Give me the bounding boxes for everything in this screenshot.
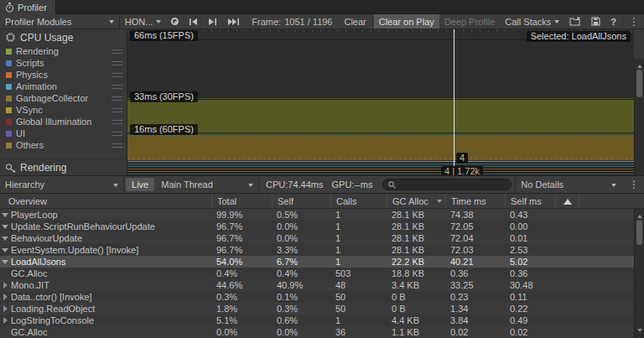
scroll-down-icon[interactable] [637, 329, 642, 335]
table-row[interactable]: EventSystem.Update() [Invoke] 96.7% 3.3%… [0, 244, 644, 256]
deep-profile-button[interactable]: Deep Profile [439, 14, 501, 29]
table-row[interactable]: BehaviourUpdate 96.7% 0.0% 1 28.1 KB 72.… [0, 232, 644, 244]
context-menu-button[interactable]: ⋮ [624, 14, 644, 29]
target-dropdown[interactable]: HON... [120, 14, 167, 29]
clear-on-play-button[interactable]: Clear on Play [374, 14, 439, 29]
cpu-usage-module-header[interactable]: CPU Usage [0, 29, 127, 45]
column-gc-alloc[interactable]: GC Alloc [387, 194, 445, 208]
legend-item-garbagecollector[interactable]: GarbageCollector [0, 92, 127, 104]
first-frame-button[interactable] [184, 14, 203, 29]
foldout-expanded-icon[interactable] [0, 209, 11, 221]
cell-gc-alloc: 3.4 KB [387, 280, 445, 290]
sample-name: PlayerLoop [11, 210, 58, 220]
search-input[interactable] [382, 179, 512, 190]
chevron-down-icon [554, 20, 559, 26]
legend-item-animation[interactable]: Animation [0, 81, 127, 92]
cell-self-ms: 0.11 [505, 292, 555, 302]
foldout-expanded-icon[interactable] [0, 221, 11, 232]
cpu-chip-icon [5, 32, 16, 43]
legend-item-scripts[interactable]: Scripts [0, 57, 127, 69]
scroll-up-icon[interactable] [637, 62, 642, 68]
table-row-selected[interactable]: LoadAllJsons 54.0% 6.7% 1 22.2 KB 40.21 … [0, 256, 644, 268]
tab-profiler[interactable]: Profiler [0, 0, 56, 14]
foldout-collapsed-icon[interactable] [0, 279, 11, 291]
live-toggle-button[interactable]: Live [126, 178, 154, 191]
foldout-collapsed-icon[interactable] [0, 291, 11, 303]
scrollbar-thumb[interactable] [636, 220, 642, 245]
column-time-ms[interactable]: Time ms [445, 194, 505, 208]
cell-gc-alloc: 28.1 KB [387, 221, 445, 231]
chevron-down-icon [109, 20, 114, 26]
record-button[interactable] [166, 14, 184, 29]
legend-label: Others [16, 140, 107, 150]
legend-label: GarbageCollector [16, 93, 107, 103]
thread-bar: Hierarchy Live Main Thread CPU:74.44ms G… [0, 175, 644, 194]
legend-item-physics[interactable]: Physics [0, 69, 127, 81]
rendering-module-header[interactable]: Rendering [0, 159, 127, 175]
table-scrollbar[interactable] [634, 209, 644, 338]
help-button[interactable]: ? [605, 14, 621, 29]
drag-handle-icon[interactable] [112, 120, 122, 124]
rendering-chart[interactable] [127, 161, 634, 175]
drag-handle-icon[interactable] [112, 96, 122, 101]
foldout-expanded-icon[interactable] [0, 244, 11, 256]
save-profile-button[interactable] [586, 14, 605, 29]
chart-area[interactable]: 66ms (15FPS) 33ms (30FPS) 16ms (60FPS) 4… [127, 29, 634, 175]
table-row[interactable]: GC.Alloc 0.0% 0.0% 36 1.1 KB 0.02 0.02 [0, 326, 644, 338]
legend-item-global-illumination[interactable]: Global Illumination [0, 116, 127, 127]
load-profile-button[interactable] [564, 14, 586, 29]
legend-label: Scripts [16, 58, 107, 68]
scroll-up-icon[interactable] [637, 212, 642, 218]
frame-stat-badge: 4 [456, 153, 468, 164]
playhead-line[interactable] [454, 29, 454, 175]
drag-handle-icon[interactable] [112, 49, 122, 54]
cell-time-ms: 0.02 [445, 327, 505, 337]
drag-handle-icon[interactable] [112, 132, 122, 136]
cell-calls: 1 [330, 233, 387, 243]
table-row[interactable]: Update.ScriptRunBehaviourUpdate 96.7% 0.… [0, 221, 644, 232]
details-context-menu-button[interactable]: ⋮ [624, 180, 644, 189]
cell-total: 5.1% [211, 315, 272, 325]
table-row[interactable]: PlayerLoop 99.9% 0.5% 1 28.1 KB 74.38 0.… [0, 209, 644, 221]
drag-handle-icon[interactable] [112, 143, 122, 148]
column-self-ms[interactable]: Self ms [505, 194, 555, 208]
foldout-expanded-icon[interactable] [0, 232, 11, 244]
thread-dropdown[interactable]: Main Thread [156, 176, 259, 193]
drag-handle-icon[interactable] [112, 61, 122, 65]
cpu-usage-title: CPU Usage [20, 32, 73, 44]
sort-indicator[interactable] [555, 194, 579, 208]
current-frame-button[interactable] [222, 14, 245, 29]
row-name-cell: PlayerLoop [0, 209, 211, 221]
hierarchy-view-dropdown[interactable]: Hierarchy [0, 176, 124, 193]
next-frame-button[interactable] [203, 14, 222, 29]
table-row[interactable]: LogStringToConsole 5.1% 0.6% 1 4.4 KB 3.… [0, 315, 644, 326]
column-self[interactable]: Self [272, 194, 330, 208]
foldout-collapsed-icon[interactable] [0, 315, 11, 326]
clear-button[interactable]: Clear [339, 14, 371, 29]
drag-handle-icon[interactable] [112, 85, 122, 89]
table-row[interactable]: Mono.JIT 44.6% 40.9% 48 3.4 KB 33.25 30.… [0, 279, 644, 291]
gpu-time-label: GPU:--ms [332, 179, 373, 190]
chevron-down-icon [611, 184, 616, 190]
details-view-dropdown[interactable]: No Details [515, 176, 621, 193]
cell-time-ms: 74.38 [445, 210, 505, 220]
legend-item-vsync[interactable]: VSync [0, 104, 127, 116]
legend-item-ui[interactable]: UI [0, 127, 127, 139]
legend-item-others[interactable]: Others [0, 139, 127, 151]
column-calls[interactable]: Calls [330, 194, 387, 208]
foldout-collapsed-icon[interactable] [0, 303, 11, 315]
cell-gc-alloc: 28.1 KB [387, 233, 445, 243]
table-row[interactable]: Data..ctor() [Invoke] 0.3% 0.1% 50 0 B 0… [0, 291, 644, 303]
drag-handle-icon[interactable] [112, 73, 122, 77]
profiler-modules-dropdown[interactable]: Profiler Modules [0, 14, 120, 29]
table-row[interactable]: GC.Alloc 0.4% 0.4% 503 18.8 KB 0.36 0.36 [0, 268, 644, 279]
column-total[interactable]: Total [211, 194, 272, 208]
cpu-usage-chart[interactable]: 66ms (15FPS) 33ms (30FPS) 16ms (60FPS) [127, 29, 634, 160]
call-stacks-dropdown[interactable]: Call Stacks [500, 14, 564, 29]
column-overview[interactable]: Overview [0, 194, 211, 208]
foldout-expanded-icon[interactable] [0, 256, 11, 268]
drag-handle-icon[interactable] [112, 108, 122, 112]
legend-item-rendering[interactable]: Rendering [0, 45, 127, 57]
scrollbar-thumb[interactable] [636, 70, 642, 97]
table-row[interactable]: Loading.ReadObject 1.8% 0.3% 50 0 B 1.34… [0, 303, 644, 315]
